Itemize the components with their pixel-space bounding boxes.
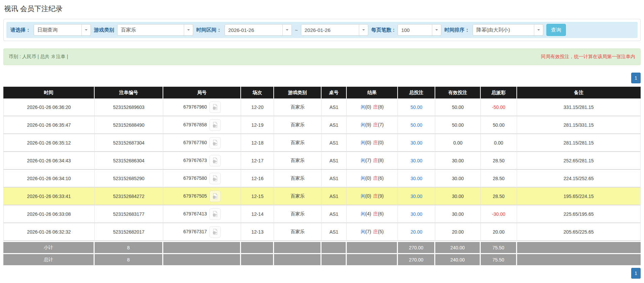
session-cell: 12-19 [241, 116, 274, 134]
video-replay-button[interactable] [209, 155, 221, 166]
currency-summary: 币别 : 人民币 | 总共 :8 注单 | [9, 54, 68, 60]
video-replay-button[interactable] [209, 102, 221, 113]
game-type-cell: 百家乐 [274, 205, 321, 223]
film-document-icon [212, 193, 218, 199]
table-footer: 小计 8 270.00 240.00 75.50 总计 8 270.00 240… [3, 241, 641, 265]
bet-no-cell: 523152682017 [95, 223, 163, 241]
page-1-button[interactable]: 1 [631, 268, 641, 279]
time-sort-select[interactable]: 降幂(由大到小) [473, 24, 543, 36]
col-result: 结果 [347, 87, 398, 98]
summary-bar: 币别 : 人民币 | 总共 :8 注单 | 同局有效投注，统一计算在该局第一张注… [3, 48, 641, 65]
total-bet-cell[interactable]: 30.00 [398, 170, 436, 188]
time-range-label: 时间区间： [196, 27, 222, 33]
result-cell: 闲(0)庄(8) [347, 98, 398, 116]
video-replay-button[interactable] [209, 173, 221, 184]
total-bet-cell[interactable]: 30.00 [398, 134, 436, 152]
payout-cell: 28.50 [481, 170, 517, 188]
subtotal-total-bet: 270.00 [398, 241, 436, 253]
game-type-cell: 百家乐 [274, 98, 321, 116]
per-page-select[interactable]: 100 [398, 24, 441, 36]
total-bet-cell[interactable]: 50.00 [398, 98, 436, 116]
game-type-select[interactable]: 百家乐 [117, 24, 193, 36]
session-cell: 12-15 [241, 188, 274, 205]
col-total-bet: 总投注 [398, 87, 436, 98]
time-cell: 2026-01-26 06:33:08 [3, 205, 95, 223]
banker-score: (8) [378, 158, 384, 163]
subtotal-valid-bet: 240.00 [435, 241, 480, 253]
table-body: 2026-01-26 06:36:20 523152689603 6797679… [3, 98, 641, 241]
col-time: 时间 [3, 87, 95, 98]
total-bet-cell[interactable]: 20.00 [398, 223, 436, 241]
chevron-down-icon [81, 25, 91, 35]
banker-score: (9) [378, 193, 384, 199]
time-cell: 2026-01-26 06:35:12 [3, 134, 95, 152]
video-replay-button[interactable] [209, 226, 221, 238]
time-sort-label: 时间排序： [444, 27, 470, 33]
chevron-down-icon [432, 25, 441, 35]
query-type-value: 日期查询 [34, 27, 81, 33]
per-page-value: 100 [398, 27, 432, 33]
valid-bet-cell: 50.00 [435, 98, 480, 116]
banker-score: (5) [378, 229, 384, 234]
video-replay-button[interactable] [209, 137, 221, 149]
table-row: 2026-01-26 06:33:41 523152684272 6797675… [3, 188, 641, 205]
date-to-value: 2026-01-26 [301, 27, 359, 33]
banker-score: (6) [378, 211, 384, 216]
film-document-icon [212, 139, 218, 146]
game-type-cell: 百家乐 [274, 188, 321, 205]
game-type-cell: 百家乐 [274, 223, 321, 241]
player-label: 闲 [361, 122, 365, 127]
table-row: 2026-01-26 06:35:47 523152688490 6797678… [3, 116, 641, 134]
video-replay-button[interactable] [209, 119, 221, 131]
table-no-cell: AS1 [321, 116, 347, 134]
valid-bet-cell: 30.00 [435, 188, 480, 205]
player-score: (0) [365, 175, 371, 181]
film-document-icon [212, 229, 218, 235]
time-cell: 2026-01-26 06:32:32 [3, 223, 95, 241]
result-cell: 闲(0)庄(9) [347, 188, 398, 205]
table-row: 2026-01-26 06:33:08 523152683177 6797674… [3, 205, 641, 223]
game-type-cell: 百家乐 [274, 116, 321, 134]
total-count: 8 [95, 253, 163, 265]
query-type-select[interactable]: 日期查询 [34, 24, 91, 36]
total-bet-cell[interactable]: 30.00 [398, 188, 436, 205]
session-cell: 12-18 [241, 134, 274, 152]
total-bet-cell[interactable]: 50.00 [398, 116, 436, 134]
total-bet-cell[interactable]: 30.00 [398, 152, 436, 170]
banker-label: 庄 [373, 122, 378, 127]
film-document-icon [212, 104, 218, 110]
game-type-cell: 百家乐 [274, 152, 321, 170]
film-document-icon [212, 157, 218, 164]
total-bet-cell[interactable]: 30.00 [398, 205, 436, 223]
banker-label: 庄 [373, 229, 378, 234]
total-payout: 75.50 [481, 253, 517, 265]
pagination-bottom: 1 [3, 268, 641, 279]
valid-bet-notice: 同局有效投注，统一计算在该局第一张注单内 [541, 54, 635, 60]
date-from-select[interactable]: 2026-01-26 [225, 24, 292, 36]
payout-cell: 28.50 [481, 188, 517, 205]
film-document-icon [212, 175, 218, 181]
player-label: 闲 [361, 229, 365, 234]
banker-label: 庄 [373, 104, 378, 110]
table-no-cell: AS1 [321, 223, 347, 241]
payout-cell: 0.00 [481, 134, 517, 152]
date-to-select[interactable]: 2026-01-26 [301, 24, 368, 36]
film-document-icon [212, 122, 218, 128]
round-no: 679767505 [183, 193, 207, 198]
result-cell: 闲(4)庄(6) [347, 205, 398, 223]
video-replay-button[interactable] [209, 208, 221, 220]
page-1-button[interactable]: 1 [631, 73, 641, 83]
result-cell: 闲(7)庄(5) [347, 223, 398, 241]
col-valid-bet: 有效投注 [435, 87, 480, 98]
query-type-label: 请选择： [10, 27, 31, 33]
round-no-cell: 679767317 [163, 223, 241, 241]
session-cell: 12-14 [241, 205, 274, 223]
filter-panel: 请选择： 日期查询 游戏类别 百家乐 时间区间： 2026-01-26 ~ 20… [3, 19, 641, 41]
player-label: 闲 [361, 175, 365, 181]
col-payout: 总派彩 [481, 87, 517, 98]
video-replay-button[interactable] [209, 191, 221, 202]
game-type-label: 游戏类别 [94, 27, 114, 33]
remark-cell: 281.15/331.15 [517, 116, 641, 134]
query-button[interactable]: 查询 [546, 24, 566, 36]
banker-label: 庄 [373, 140, 378, 145]
